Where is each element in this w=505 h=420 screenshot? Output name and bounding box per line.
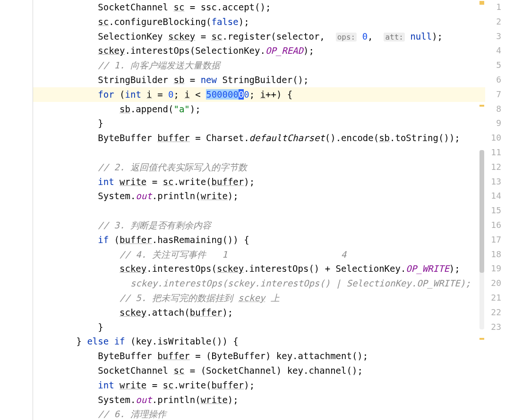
line-number: 20	[485, 276, 501, 291]
code-line[interactable]: StringBuilder sb = new StringBuilder();	[33, 73, 485, 87]
code-line[interactable]: sckey.interestOps(sckey.interestOps() | …	[33, 276, 485, 291]
line-number: 3	[485, 29, 501, 44]
line-number: 17	[485, 233, 501, 247]
code-line[interactable]: sckey.interestOps(SelectionKey.OP_READ);	[33, 43, 485, 58]
line-number: 2	[485, 15, 501, 29]
line-number: 7	[485, 87, 501, 102]
gutter	[0, 0, 33, 420]
parameter-hint: ops:	[336, 33, 357, 42]
line-number: 13	[485, 175, 501, 189]
code-area[interactable]: 1 2 3 4 5 6 7 8 9 10 11 12 13 14 15 16 1…	[33, 0, 505, 420]
selection: 500000	[206, 89, 239, 100]
line-number: 18	[485, 247, 501, 262]
code-line[interactable]: }	[33, 320, 485, 335]
line-number: 14	[485, 189, 501, 203]
line-number: 11	[485, 145, 501, 160]
code-line[interactable]	[33, 203, 485, 218]
line-number: 16	[485, 218, 501, 233]
code-line[interactable]: int write = sc.write(buffer);	[33, 175, 485, 189]
line-number: 4	[485, 43, 501, 58]
code-line[interactable]: }	[33, 116, 485, 131]
code-line[interactable]: System.out.println(write);	[33, 393, 485, 407]
line-number: 6	[485, 73, 501, 87]
line-number: 10	[485, 131, 501, 145]
code-line[interactable]: // 5. 把未写完的数据挂到 sckey 上	[33, 291, 485, 305]
code-line[interactable]: ByteBuffer buffer = (ByteBuffer) key.att…	[33, 349, 485, 363]
code-line[interactable]: // 1. 向客户端发送大量数据	[33, 58, 485, 73]
line-number: 9	[485, 116, 501, 131]
code-line[interactable]: // 3. 判断是否有剩余内容	[33, 218, 485, 233]
code-line[interactable]: sckey.attach(buffer);	[33, 305, 485, 320]
code-line[interactable]: SocketChannel sc = ssc.accept();	[33, 0, 485, 15]
parameter-hint: att:	[384, 33, 405, 42]
code-content[interactable]: SocketChannel sc = ssc.accept(); sc.conf…	[33, 0, 485, 420]
fold-bar[interactable]	[0, 0, 7, 420]
line-number-gutter: 1 2 3 4 5 6 7 8 9 10 11 12 13 14 15 16 1…	[485, 0, 505, 334]
code-line[interactable]: // 6. 清理操作	[33, 407, 485, 420]
code-line[interactable]	[33, 145, 485, 160]
line-number: 1	[485, 0, 501, 15]
code-line[interactable]: } else if (key.isWritable()) {	[33, 334, 485, 349]
code-line[interactable]: int write = sc.write(buffer);	[33, 378, 485, 393]
caret: 0	[239, 89, 244, 100]
code-line[interactable]: sc.configureBlocking(false);	[33, 15, 485, 29]
line-number: 8	[485, 102, 501, 117]
code-line[interactable]: SocketChannel sc = (SocketChannel) key.c…	[33, 363, 485, 378]
line-number: 22	[485, 305, 501, 320]
line-number: 19	[485, 261, 501, 276]
code-line[interactable]: ByteBuffer buffer = Charset.defaultChars…	[33, 131, 485, 145]
code-line[interactable]: if (buffer.hasRemaining()) {	[33, 233, 485, 247]
line-number: 23	[485, 320, 501, 335]
code-line[interactable]: sb.append("a");	[33, 102, 485, 117]
code-line[interactable]: System.out.println(write);	[33, 189, 485, 203]
code-line[interactable]: // 4. 关注可写事件 1 4	[33, 247, 485, 262]
line-number: 15	[485, 203, 501, 218]
line-number: 5	[485, 58, 501, 73]
line-number: 21	[485, 291, 501, 305]
code-line[interactable]: SelectionKey sckey = sc.register(selecto…	[33, 29, 485, 44]
code-line[interactable]: for (int i = 0; i < 50000000; i++) {	[33, 87, 485, 102]
code-line[interactable]: // 2. 返回值代表实际写入的字节数	[33, 160, 485, 175]
code-line[interactable]: sckey.interestOps(sckey.interestOps() + …	[33, 261, 485, 276]
line-number: 12	[485, 160, 501, 175]
code-editor[interactable]: 1 2 3 4 5 6 7 8 9 10 11 12 13 14 15 16 1…	[0, 0, 505, 420]
